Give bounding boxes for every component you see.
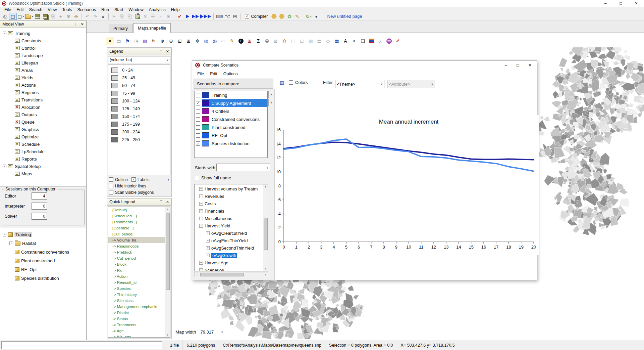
outline-checkbox[interactable] [109, 177, 113, 182]
quick-legend-item-block[interactable]: -> Block [108, 261, 165, 267]
quick-legend-item-operable[interactable]: [Operable...] [108, 225, 165, 231]
expander-icon[interactable]: + [199, 268, 203, 272]
tree-item-lpschedule[interactable]: LpSchedule [0, 148, 86, 155]
legend-range-50-74[interactable]: 50 - 74 [108, 82, 170, 89]
tree-item-oavgclearcutyield[interactable]: +oAvgClearcutYield [195, 229, 263, 237]
expander-icon[interactable]: + [206, 231, 210, 235]
tree-item-constants[interactable]: Constants [0, 37, 86, 44]
tree-item-spatial-setup[interactable]: −Spatial Setup [0, 163, 86, 170]
scan-visible-polygons-checkbox[interactable] [109, 190, 113, 194]
tab-maps-shapefile[interactable]: Maps.shapefile [133, 23, 171, 33]
quick-legend-item-action[interactable]: -> Action [108, 273, 165, 279]
legend-range-100-124[interactable]: 100 - 124 [108, 97, 170, 105]
tree-item-schedule[interactable]: Schedule [0, 140, 86, 148]
dialog-close-button[interactable]: ✕ [525, 61, 535, 69]
quick-legend-item-site-class[interactable]: -> Site class [108, 298, 165, 304]
tree-item-regimes[interactable]: Regimes [0, 89, 86, 96]
close-panel-icon[interactable]: ✕ [166, 200, 169, 204]
run-fast-button[interactable] [191, 13, 200, 20]
open-model-button[interactable]: ▾ [24, 13, 34, 20]
menu-view[interactable]: View [45, 7, 59, 12]
refresh-map-button[interactable]: ↻ [150, 37, 158, 45]
scenario-checkbox[interactable] [196, 109, 200, 114]
tree-item-transitions[interactable]: Transitions [0, 96, 86, 103]
menu-tools[interactable]: Tools [59, 7, 74, 12]
scroll-down-icon[interactable]: ∨ [165, 332, 170, 337]
scenario-hex-2-button[interactable] [278, 13, 286, 20]
scenario-1-supply-agreement[interactable]: ✓1 Supply Agreement [195, 99, 267, 107]
close-panel-icon[interactable]: ✕ [166, 50, 169, 53]
notes-editor-button[interactable]: ✎ [293, 13, 301, 20]
dialog-menu-edit[interactable]: Edit [207, 72, 220, 76]
minimize-button[interactable]: – [598, 0, 613, 7]
pin-icon[interactable]: ⊤ [159, 50, 163, 53]
expander-icon[interactable]: + [206, 239, 210, 243]
starts-with-input[interactable]: ∨ [216, 164, 270, 171]
tree-item-financials[interactable]: +Financials [195, 207, 263, 215]
quick-legend-item-reasoncode[interactable]: -> Reasoncode [108, 243, 165, 249]
zoom-extents-button[interactable]: ⊞ [184, 37, 193, 45]
quick-legend-item-district[interactable]: -> District [108, 310, 165, 316]
map-width-select[interactable]: 79,317 ∨ [199, 328, 225, 336]
quick-legend-scrollbar[interactable]: ∧ ∨ [165, 207, 170, 337]
tree-item-habitat[interactable]: +Habitat [0, 239, 86, 248]
print-button[interactable]: ⎙ [1, 13, 9, 20]
new-model-button[interactable]: ▢▾ [17, 13, 24, 20]
river-trees-button[interactable]: ♒ [385, 37, 393, 45]
legend-range-200-224[interactable]: 200 - 224 [108, 128, 170, 136]
menu-run[interactable]: Run [99, 7, 112, 12]
tree-item-plant-constrained[interactable]: Plant constrained [0, 256, 86, 265]
select-rectangle-button[interactable]: ▭ [219, 37, 227, 45]
tree-item-oavggrowth[interactable]: +oAvgGrowth [195, 252, 263, 259]
tree-item-yields[interactable]: Yields [0, 74, 86, 81]
table-view-button[interactable]: ▦ [279, 80, 284, 86]
tree-item-allocation[interactable]: Allocation [0, 103, 86, 111]
scenario-checkbox[interactable]: ✓ [196, 101, 200, 105]
add-selection-button[interactable]: ⊞ [246, 37, 254, 45]
tree-item-graphics[interactable]: Graphics [0, 126, 86, 133]
legend-range-0-24[interactable]: 0 - 24 [108, 66, 170, 74]
world-export-button[interactable]: ◍ [211, 37, 219, 45]
scenario-checkbox[interactable] [196, 117, 200, 122]
format-results-button[interactable]: ❉ [72, 13, 80, 20]
compiler-toggle[interactable]: ✓Compiler [245, 14, 268, 19]
show-full-name-toggle[interactable]: Show full name [195, 175, 231, 180]
quick-legend-item-scheduled[interactable]: [Scheduled ...] [108, 213, 165, 219]
legend-range-75-99[interactable]: 75 - 99 [108, 89, 170, 97]
tree-item-scenarios[interactable]: +Scenarios [195, 266, 263, 271]
scenario-training[interactable]: Training [195, 91, 267, 99]
maximize-button[interactable]: □ [613, 0, 629, 7]
scenario-constrained-conversions[interactable]: Constrained conversions [195, 115, 267, 123]
scrollbar-thumb[interactable] [264, 218, 268, 250]
tree-item-oavgfirstthinyield[interactable]: +oAvgFirstThinYield [195, 237, 263, 244]
select-pen-button[interactable]: ✎ [228, 37, 236, 45]
scroll-up-button[interactable]: ∧ [268, 91, 274, 98]
zoom-in-button[interactable]: ⊕ [158, 37, 166, 45]
paste-button[interactable] [133, 13, 141, 20]
bird-tool-button[interactable]: ✿ [280, 37, 288, 45]
scroll-down-button[interactable]: ∨ [268, 99, 274, 106]
color-bars-button[interactable] [368, 37, 376, 45]
center-crosshair-button[interactable]: ⌖ [350, 37, 358, 45]
expander-icon[interactable]: + [199, 194, 203, 198]
menu-start[interactable]: Start [112, 7, 126, 12]
scenario-4-critters[interactable]: 4 Critters [195, 107, 267, 115]
scenario-checkbox[interactable] [196, 133, 200, 138]
quick-legend-item-status[interactable]: -> Status [108, 316, 165, 322]
tree-item-species-distribution[interactable]: Species distribution [0, 274, 86, 282]
scrollbar-thumb[interactable] [166, 213, 170, 290]
tree-item-optimize[interactable]: Optimize [0, 133, 86, 140]
expander-icon[interactable]: + [206, 254, 210, 257]
tree-item-revenues[interactable]: +Revenues [195, 192, 263, 200]
close-button[interactable]: ✕ [629, 0, 644, 7]
menu-help[interactable]: Help [168, 7, 182, 12]
map-image-button[interactable]: ❏ [359, 37, 367, 45]
tree-item-training[interactable]: −Training [0, 230, 86, 239]
tree-item-harvest-volumes-by-treatm[interactable]: +Harvest volumes by Treatm [195, 185, 263, 192]
quick-legend-item-cut-period[interactable]: -> Cut_period [108, 255, 165, 261]
quick-legend-item-treatments[interactable]: [Treatments...] [108, 219, 165, 225]
quick-legend-item-management-emphasis[interactable]: -> Management emphasis [108, 304, 165, 310]
scenario-re-opt[interactable]: RE_Opt [195, 131, 267, 139]
legend-range-25-49[interactable]: 25 - 49 [108, 74, 170, 82]
scenario-checkbox[interactable] [196, 125, 200, 130]
